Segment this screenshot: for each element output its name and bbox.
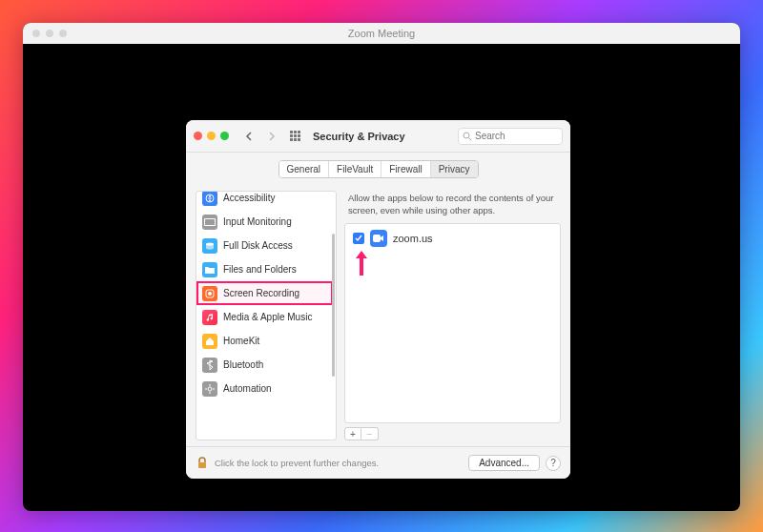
remove-button[interactable]: − [361,427,379,440]
tab-filevault[interactable]: FileVault [329,161,382,177]
sidebar-item-label: Screen Recording [223,288,299,298]
search-field[interactable] [458,128,563,145]
sidebar-scrollbar[interactable] [332,234,335,377]
home-icon [202,334,217,349]
sidebar-item-label: Media & Apple Music [223,312,312,322]
sidebar-item-accessibility[interactable]: Accessibility [196,191,333,210]
sidebar-item-bluetooth[interactable]: Bluetooth [196,353,333,377]
sidebar-item-label: Automation [223,383,272,394]
sidebar-item-label: Files and Folders [223,264,297,275]
back-button[interactable] [240,128,258,145]
svg-point-3 [209,195,211,197]
folder-icon [202,262,217,277]
tabs-row: General FileVault Firewall Privacy [186,153,570,185]
bluetooth-icon [202,358,217,373]
search-icon [463,132,472,141]
accessibility-icon [202,191,217,206]
advanced-button[interactable]: Advanced... [468,455,540,471]
help-button[interactable]: ? [546,456,561,471]
add-button[interactable]: + [344,427,361,440]
sidebar-item-label: Accessibility [223,193,275,203]
preferences-body: Accessibility Input Monitoring Full Disk… [186,185,570,446]
detail-description: Allow the apps below to record the conte… [344,191,561,223]
camera-icon [373,234,384,243]
sidebar-item-full-disk-access[interactable]: Full Disk Access [196,234,333,257]
system-preferences-window: Security & Privacy General FileVault Fir… [186,120,570,479]
preferences-toolbar: Security & Privacy [186,120,570,153]
zoom-window-title: Zoom Meeting [23,28,740,39]
gear-icon [202,381,217,397]
minimize-icon[interactable] [207,132,216,140]
lock-description: Click the lock to prevent further change… [215,458,379,468]
show-all-button[interactable] [286,128,303,145]
sidebar-item-input-monitoring[interactable]: Input Monitoring [196,210,333,234]
svg-point-9 [208,387,212,391]
fullscreen-icon[interactable] [220,132,229,140]
zoom-app-icon [370,230,387,247]
app-name: zoom.us [393,233,433,244]
privacy-sidebar[interactable]: Accessibility Input Monitoring Full Disk… [196,191,337,440]
tab-group: General FileVault Firewall Privacy [278,160,479,178]
preferences-footer: Click the lock to prevent further change… [186,446,570,479]
sidebar-item-label: Input Monitoring [223,216,292,227]
search-input[interactable] [475,131,558,141]
lock-icon[interactable] [196,457,209,470]
sidebar-item-automation[interactable]: Automation [196,377,333,400]
sidebar-item-label: HomeKit [223,336,259,346]
add-remove-controls: + − [344,427,561,440]
annotation-arrow-icon [354,249,369,279]
chevron-right-icon [268,132,276,141]
screen-recording-icon [202,286,217,301]
check-icon [355,235,362,242]
checkbox-checked[interactable] [353,233,364,244]
svg-rect-15 [198,462,206,468]
close-icon[interactable] [194,132,202,140]
zoom-titlebar: Zoom Meeting [23,23,740,44]
svg-rect-5 [205,219,215,225]
pane-title: Security & Privacy [313,131,405,142]
pref-traffic-lights[interactable] [194,132,229,140]
sidebar-item-homekit[interactable]: HomeKit [196,329,333,353]
tab-general[interactable]: General [279,161,330,177]
disk-icon [202,238,217,254]
sidebar-item-label: Full Disk Access [223,240,293,251]
svg-point-0 [464,133,469,138]
chevron-left-icon [245,132,253,141]
sidebar-item-screen-recording[interactable]: Screen Recording [196,281,333,305]
svg-rect-14 [373,235,381,242]
app-list: zoom.us [344,223,561,423]
sidebar-item-media-apple-music[interactable]: Media & Apple Music [196,305,333,329]
detail-pane: Allow the apps below to record the conte… [344,191,561,440]
tab-firewall[interactable]: Firewall [382,161,430,177]
sidebar-item-label: Bluetooth [223,359,263,370]
svg-line-1 [469,137,472,140]
keyboard-icon [202,215,217,230]
music-icon [202,310,217,325]
tab-privacy[interactable]: Privacy [431,161,478,177]
forward-button[interactable] [263,128,280,145]
svg-point-8 [208,292,212,296]
list-item[interactable]: zoom.us [345,224,560,253]
sidebar-item-files-and-folders[interactable]: Files and Folders [196,257,333,281]
